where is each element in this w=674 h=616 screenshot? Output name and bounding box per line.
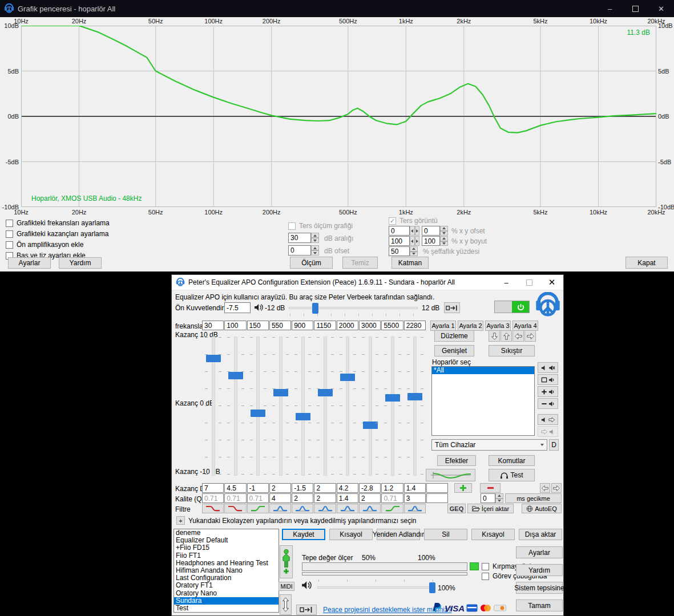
preset-action-button[interactable]: Sil	[424, 529, 467, 540]
checkbox-icon[interactable]	[6, 230, 13, 238]
preset-list-item[interactable]: +Fiio FD15	[174, 544, 279, 552]
ayarla-button[interactable]: Ayarla 1	[430, 321, 456, 331]
xy-offset-x-input[interactable]: 0	[389, 226, 410, 236]
peace-on-off-toggle[interactable]	[494, 301, 530, 313]
shift-up-button[interactable]	[501, 330, 512, 342]
gain-value-input[interactable]	[426, 483, 448, 493]
quality-input[interactable]: 4	[269, 493, 291, 503]
eq-slider[interactable]	[314, 334, 336, 478]
ayarlar-button[interactable]: Ayarlar	[8, 257, 51, 269]
filter-type-button[interactable]	[269, 504, 291, 513]
eq-slider[interactable]	[381, 334, 403, 478]
temiz-button[interactable]: Temiz	[342, 257, 378, 269]
checkbox-icon[interactable]	[482, 563, 489, 570]
frequency-input[interactable]: 150	[247, 321, 269, 330]
band-right-button[interactable]	[551, 483, 562, 493]
gain-value-input[interactable]: 2	[314, 483, 336, 493]
eq-slider-handle[interactable]	[363, 422, 378, 429]
checkbox-icon[interactable]	[288, 222, 296, 230]
eq-slider[interactable]	[337, 334, 359, 478]
filter-type-button[interactable]	[404, 504, 426, 513]
eq-slider-handle[interactable]	[407, 393, 422, 400]
quality-input[interactable]: 1.4	[337, 493, 358, 503]
ms-delay-button[interactable]: ms gecikme	[505, 493, 562, 503]
preset-list-item[interactable]: Fiio FT1	[174, 552, 279, 560]
kapat-button[interactable]: Kapat	[625, 257, 668, 269]
preamp-slider-handle[interactable]	[312, 303, 318, 314]
preset-list-item[interactable]: Oratory FT1	[174, 582, 279, 589]
close-icon[interactable]: ✕	[540, 275, 563, 290]
eq-slider-track[interactable]	[301, 337, 305, 476]
preset-action-button[interactable]: Kısayol	[329, 529, 373, 540]
speaker-list-item[interactable]: *All	[432, 367, 534, 374]
eq-slider[interactable]	[292, 334, 314, 478]
test-button[interactable]: Test	[489, 469, 535, 481]
shift-left-button[interactable]	[512, 330, 524, 342]
frequency-input[interactable]: 3000	[359, 321, 381, 330]
komutlar-button[interactable]: Komutlar	[489, 455, 535, 466]
gain-value-input[interactable]: -1.5	[292, 483, 313, 493]
import-button[interactable]: İçeri aktar	[467, 504, 514, 513]
filter-type-button[interactable]	[247, 504, 269, 513]
frequency-input[interactable]: 2000	[337, 321, 358, 330]
shift-right-button[interactable]	[524, 330, 536, 342]
yardim-button[interactable]: Yardım	[59, 257, 102, 269]
gain-value-input[interactable]: 1.2	[381, 483, 403, 493]
gain-value-input[interactable]: -2.8	[359, 483, 381, 493]
checkbox-icon[interactable]: ✓	[389, 217, 396, 225]
duzleme-button[interactable]: Düzleme	[434, 330, 474, 342]
frequency-input[interactable]: 100	[224, 321, 246, 330]
xy-size-h-spinner[interactable]	[410, 236, 419, 246]
xy-size-y-input[interactable]: 100	[422, 236, 440, 246]
eq-slider[interactable]	[224, 334, 247, 478]
gain-value-input[interactable]: 4.2	[337, 483, 358, 493]
device-dropdown[interactable]: Tüm Cihazlar	[431, 439, 547, 451]
graph-option-checkbox[interactable]: Ön amplifikasyon ekle	[6, 241, 110, 249]
opacity-input[interactable]: 50	[389, 246, 410, 256]
ayarla-button[interactable]: Ayarla 4	[512, 321, 538, 331]
frequency-input[interactable]: 30	[202, 321, 224, 330]
olcum-button[interactable]: Ölçüm	[290, 257, 333, 269]
delay-input[interactable]: 0	[481, 493, 495, 503]
side-button[interactable]: Yardım	[516, 564, 563, 576]
side-button[interactable]: Sistem tepsisine	[516, 582, 563, 594]
side-button[interactable]: Tamam	[516, 599, 563, 611]
preset-list-item[interactable]: Test	[174, 605, 279, 612]
remove-band-button[interactable]	[480, 483, 501, 493]
preamp-slider[interactable]	[289, 307, 418, 309]
filter-type-button[interactable]	[359, 504, 381, 513]
eq-slider-handle[interactable]	[385, 394, 400, 402]
gain-value-input[interactable]: 7	[202, 483, 224, 493]
xy-size-x-input[interactable]: 100	[389, 236, 410, 246]
filter-type-button[interactable]	[202, 504, 224, 513]
sikistir-button[interactable]: Sıkıştır	[489, 345, 535, 356]
eq-slider[interactable]	[404, 334, 426, 478]
frequency-input[interactable]: 900	[292, 321, 313, 330]
route-bottom-button[interactable]	[296, 605, 317, 615]
minimize-icon[interactable]: –	[597, 0, 623, 17]
db-range-spinner[interactable]	[311, 233, 319, 243]
katman-button[interactable]: Katman	[392, 257, 429, 269]
band-left-button[interactable]	[540, 483, 550, 493]
eq-slider-handle[interactable]	[228, 372, 243, 379]
eq-slider[interactable]	[269, 334, 292, 478]
xy-offset-h-spinner[interactable]	[410, 226, 419, 236]
eq-slider[interactable]	[202, 334, 224, 478]
route-to-output-button[interactable]	[444, 302, 460, 313]
eq-slider-track[interactable]	[256, 337, 260, 476]
device-default-button[interactable]: D	[549, 439, 559, 451]
preset-list-item[interactable]: Sundara	[174, 597, 279, 605]
gain-value-input[interactable]: 1.4	[404, 483, 426, 493]
autoeq-button[interactable]: AutoEQ	[522, 504, 562, 513]
filter-type-button[interactable]	[224, 504, 246, 513]
eq-slider-handle[interactable]	[251, 410, 265, 417]
preset-listbox[interactable]: denemeEqualizer Default+Fiio FD15Fiio FT…	[173, 529, 279, 613]
db-offset-input[interactable]: 0	[288, 245, 311, 256]
add-user-preset-button[interactable]	[280, 545, 293, 578]
frequency-input[interactable]: 5500	[381, 321, 403, 330]
graph-option-checkbox[interactable]: Grafikteki frekansları ayarlama	[6, 219, 110, 227]
xy-offset-v-spinner[interactable]	[440, 226, 448, 236]
xy-offset-y-input[interactable]: 0	[422, 226, 440, 236]
eq-slider-handle[interactable]	[340, 374, 355, 381]
quality-input[interactable]	[426, 493, 448, 503]
